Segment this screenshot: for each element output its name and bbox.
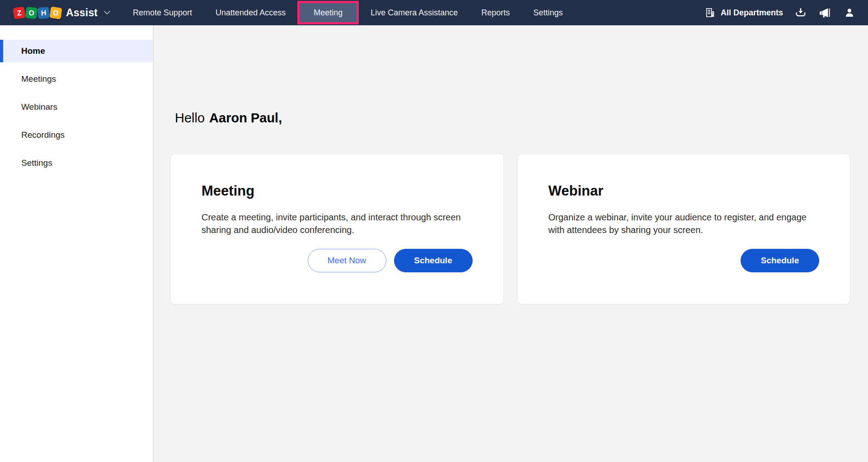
meeting-card-actions: Meet Now Schedule <box>202 249 473 272</box>
greeting-user-name: Aaron Paul, <box>209 111 282 125</box>
zoho-assist-logo[interactable]: Z O H O Assist <box>0 7 113 19</box>
department-selector-label: All Departments <box>721 8 783 18</box>
webinar-card-actions: Schedule <box>549 249 820 272</box>
main-content: HelloAaron Paul, Meeting Create a meetin… <box>154 25 868 462</box>
sidebar-item-home[interactable]: Home <box>0 40 153 62</box>
announcement-icon[interactable] <box>818 6 832 19</box>
tab-remote-support[interactable]: Remote Support <box>121 0 204 25</box>
top-nav-menu: Remote Support Unattended Access Meeting… <box>121 0 574 25</box>
meeting-schedule-button[interactable]: Schedule <box>394 249 473 272</box>
left-sidebar: Home Meetings Webinars Recordings Settin… <box>0 25 154 462</box>
product-name: Assist <box>66 7 98 19</box>
zoho-logo-icon: Z O H O <box>14 7 61 19</box>
chevron-down-icon[interactable] <box>104 11 110 15</box>
webinar-card-title: Webinar <box>549 182 820 200</box>
top-navigation-bar: Z O H O Assist Remote Support Unattended… <box>0 0 868 25</box>
building-icon <box>704 6 717 19</box>
webinar-schedule-button[interactable]: Schedule <box>741 249 819 272</box>
cards-row: Meeting Create a meeting, invite partici… <box>170 154 850 304</box>
logo-letter-o1: O <box>25 6 38 19</box>
tab-settings[interactable]: Settings <box>521 0 574 25</box>
webinar-card-description: Organize a webinar, invite your audience… <box>549 211 820 236</box>
meeting-card: Meeting Create a meeting, invite partici… <box>170 154 504 304</box>
download-icon[interactable] <box>794 6 807 19</box>
meeting-card-title: Meeting <box>202 182 473 200</box>
user-icon[interactable] <box>843 6 856 19</box>
webinar-card: Webinar Organize a webinar, invite your … <box>517 154 851 304</box>
sidebar-item-webinars[interactable]: Webinars <box>0 96 153 118</box>
meeting-card-description: Create a meeting, invite participants, a… <box>202 211 473 236</box>
greeting-heading: HelloAaron Paul, <box>175 111 868 126</box>
logo-letter-h: H <box>38 6 50 19</box>
sidebar-item-settings[interactable]: Settings <box>0 152 153 174</box>
tab-live-camera-assistance[interactable]: Live Camera Assistance <box>359 0 469 25</box>
logo-letter-o2: O <box>49 6 62 19</box>
topbar-right-actions: All Departments <box>704 6 868 19</box>
tab-unattended-access[interactable]: Unattended Access <box>204 0 297 25</box>
sidebar-item-recordings[interactable]: Recordings <box>0 124 153 146</box>
tab-meeting[interactable]: Meeting <box>297 1 359 24</box>
meet-now-button[interactable]: Meet Now <box>308 249 386 272</box>
greeting-prefix: Hello <box>175 111 205 125</box>
department-selector[interactable]: All Departments <box>704 6 783 19</box>
tab-reports[interactable]: Reports <box>469 0 521 25</box>
logo-letter-z: Z <box>13 6 25 19</box>
sidebar-item-meetings[interactable]: Meetings <box>0 68 153 90</box>
